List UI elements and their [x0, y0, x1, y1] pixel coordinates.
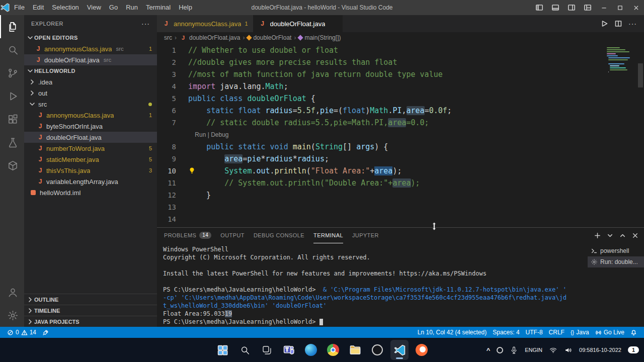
start-taskbar-button[interactable] [213, 340, 231, 360]
split-editor-button[interactable] [614, 20, 622, 28]
section-java-projects[interactable]: JAVA PROJECTS [24, 316, 157, 327]
menu-file[interactable]: File [10, 0, 29, 15]
toggle-panel-button[interactable] [547, 0, 564, 15]
edge-taskbar-button[interactable] [302, 340, 320, 360]
containers-button[interactable] [0, 154, 24, 177]
tab-annonymousClass.java[interactable]: JannonymousClass.java1 [157, 15, 254, 32]
chrome-taskbar-button[interactable] [324, 340, 342, 360]
run-java-button[interactable] [600, 20, 608, 28]
search-taskbar-button[interactable] [235, 340, 254, 360]
editor-scrollbar[interactable] [637, 43, 644, 227]
breadcrumb-doubleOrFloat[interactable]: doubleOrFloat [247, 34, 291, 41]
menu-run[interactable]: Run [122, 0, 142, 15]
explorer-button[interactable] [0, 15, 24, 38]
tray-status-button[interactable] [497, 347, 503, 353]
panel-tab-terminal[interactable]: TERMINAL [313, 228, 343, 243]
toggle-primary-sidebar-button[interactable] [531, 0, 547, 15]
menu-edit[interactable]: Edit [29, 0, 48, 15]
panel-tab-jupyter[interactable]: JUPYTER [352, 228, 379, 243]
language-mode-status[interactable]: {}Java [568, 327, 592, 338]
explorer-more-actions-icon[interactable]: ··· [141, 20, 150, 28]
close-editor-icon[interactable] [26, 56, 34, 64]
tree-item-doubleOrFloat.java[interactable]: JdoubleOrFloat.java [24, 132, 157, 143]
code-line[interactable]: 10 System.out.println("Float Area:"+area… [157, 165, 605, 177]
maximize-button[interactable] [612, 0, 628, 15]
file-explorer-taskbar-button[interactable] [346, 340, 364, 360]
menu-go[interactable]: Go [105, 0, 122, 15]
panel-tab-debug-console[interactable]: DEBUG CONSOLE [254, 228, 304, 243]
terminal-instance-powershell[interactable]: powershell [588, 245, 644, 256]
microphone-tray-button[interactable] [510, 346, 518, 354]
menu-view[interactable]: View [83, 0, 105, 15]
close-panel-button[interactable] [631, 232, 639, 239]
close-tab-icon[interactable] [330, 20, 337, 28]
workspace-folder-header[interactable]: HELLOWORLD [24, 65, 157, 76]
code-line[interactable]: 7 // static double radius=5.5,pie=Math.P… [157, 117, 605, 129]
close-editor-icon[interactable] [26, 45, 34, 53]
go-live-status[interactable]: Go Live [592, 327, 627, 338]
extensions-button[interactable] [0, 108, 24, 131]
tree-item-numberToWord.java[interactable]: JnumberToWord.java5 [24, 143, 157, 154]
volume-tray-button[interactable] [564, 346, 573, 354]
testing-button[interactable] [0, 131, 24, 154]
feedback-button[interactable] [39, 327, 52, 338]
terminal-instance-run-double-[interactable]: Run: double... [588, 256, 644, 267]
show-hidden-icons-button[interactable]: ^ [487, 346, 491, 354]
notification-center-button[interactable]: 1 [628, 346, 639, 353]
open-editors-header[interactable]: OPEN EDITORS [24, 32, 157, 43]
language-indicator[interactable]: ENGIN [525, 347, 542, 353]
code-line[interactable]: 1// Whether to use doubel or float [157, 44, 605, 56]
maximize-panel-button[interactable] [619, 232, 626, 239]
tree-item-thisVsThis.java[interactable]: JthisVsThis.java3 [24, 165, 157, 176]
clock-button[interactable]: 09:5816-10-2022 [579, 347, 621, 353]
code-line[interactable]: 2//double gives more precise results tha… [157, 56, 605, 68]
code-lines[interactable]: 1// Whether to use doubel or float2//dou… [157, 43, 605, 227]
settings-button[interactable] [0, 304, 24, 327]
code-line[interactable]: 11 // System.out.println("Double Area:"+… [157, 177, 605, 189]
code-line[interactable]: 3//most of math function of java return … [157, 68, 605, 80]
tree-item-src[interactable]: src [24, 99, 157, 110]
terminal-output[interactable]: Windows PowerShellCopyright (C) Microsof… [157, 243, 588, 327]
search-button[interactable] [0, 38, 24, 61]
toggle-secondary-sidebar-button[interactable] [564, 0, 580, 15]
codelens-run-link[interactable]: Run [195, 131, 206, 138]
breadcrumb-doubleOrFloat.java[interactable]: JdoubleOrFloat.java [179, 34, 240, 41]
task-view-taskbar-button[interactable] [258, 340, 276, 360]
eol-status[interactable]: CRLF [546, 327, 568, 338]
code-line[interactable]: 13 [157, 201, 605, 213]
tree-item-staticMember.java[interactable]: JstaticMember.java5 [24, 154, 157, 165]
postman-taskbar-button[interactable] [413, 340, 431, 360]
indentation-status[interactable]: Spaces: 4 [490, 327, 522, 338]
section-outline[interactable]: OUTLINE [24, 294, 157, 305]
minimize-button[interactable] [596, 0, 612, 15]
network-tray-button[interactable] [549, 346, 557, 354]
tree-item-variableLengthArray.java[interactable]: JvariableLengthArray.java [24, 176, 157, 187]
minimap[interactable] [605, 43, 637, 227]
menu-terminal[interactable]: Terminal [142, 0, 175, 15]
customize-layout-button[interactable] [580, 0, 596, 15]
cursor-position-status[interactable]: Ln 10, Col 42 (4 selected) [415, 327, 490, 338]
encoding-status[interactable]: UTF-8 [523, 327, 546, 338]
tree-item-.idea[interactable]: .idea [24, 76, 157, 87]
new-terminal-button[interactable] [594, 232, 601, 239]
section-timeline[interactable]: TIMELINE [24, 305, 157, 316]
problems-status[interactable]: 014 [4, 327, 39, 338]
vscode-taskbar-button[interactable] [390, 340, 409, 360]
code-line[interactable]: 8 public static void main(String[] args)… [157, 141, 605, 153]
breadcrumb-main(String[])[interactable]: main(String[]) [298, 34, 341, 41]
panel-tab-problems[interactable]: PROBLEMS14 [164, 228, 211, 243]
open-editor-doubleOrFloat.java[interactable]: JdoubleOrFloat.javasrc [24, 54, 157, 65]
code-line[interactable]: 9 area=pie*radius*radius; [157, 153, 605, 165]
source-control-button[interactable] [0, 61, 24, 84]
notifications-status[interactable] [627, 327, 640, 338]
accounts-button[interactable] [0, 281, 24, 304]
code-line[interactable]: 6 static float radius=5.5f,pie=(float)Ma… [157, 105, 605, 117]
tree-item-out[interactable]: out [24, 87, 157, 99]
open-editor-annonymousClass.java[interactable]: JannonymousClass.javasrc1 [24, 43, 157, 54]
panel-tab-output[interactable]: OUTPUT [220, 228, 245, 243]
scrollbar-thumb[interactable] [638, 63, 643, 87]
code-line[interactable]: 14 [157, 213, 605, 225]
dell-taskbar-button[interactable] [368, 340, 386, 360]
lightbulb-icon[interactable] [188, 167, 196, 174]
code-line[interactable]: 12 } [157, 189, 605, 201]
